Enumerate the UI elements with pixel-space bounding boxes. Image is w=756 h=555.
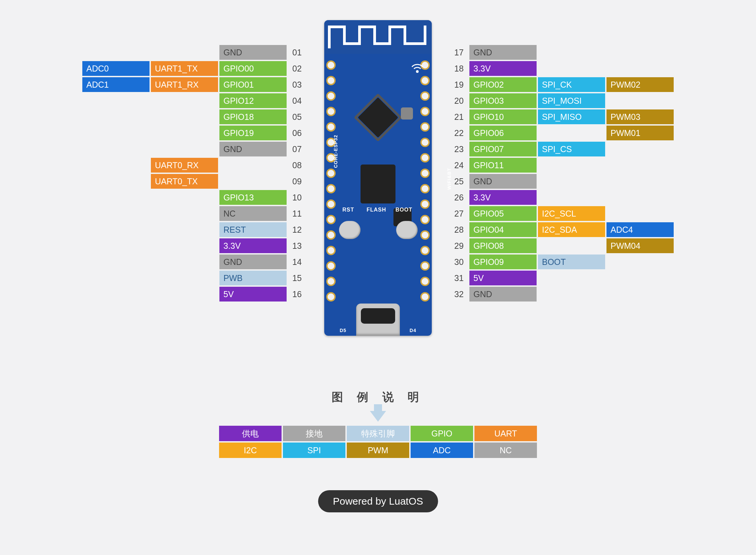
pin-number: 17 [450, 45, 468, 60]
legend-tag: ADC [410, 442, 473, 458]
legend-tag: NC [474, 442, 537, 458]
pin-tag: 3.3V [469, 190, 536, 205]
pin-number: 11 [288, 206, 306, 221]
pin-number: 15 [288, 271, 306, 285]
pin-row-left: 5V16 [220, 287, 306, 301]
legend-tag: GPIO [410, 426, 473, 441]
pin-number: 26 [450, 190, 468, 205]
pin-row-left: REST12 [220, 222, 306, 237]
silk-flash: FLASH [367, 207, 386, 213]
pin-number: 28 [450, 222, 468, 237]
pin-row-right: 315V [450, 271, 536, 285]
pin-row-right: 27GPIO05I2C_SCL [450, 206, 605, 221]
pin-tag: PWM02 [606, 77, 674, 92]
pin-row-right: 20GPIO03SPI_MOSI [450, 93, 605, 108]
pin-row-left: GND01 [220, 45, 306, 60]
pin-number: 25 [450, 174, 468, 189]
pin-number: 23 [450, 142, 468, 157]
pin-row-right: 263.3V [450, 190, 536, 205]
pin-number: 18 [450, 61, 468, 76]
pin-tag: GND [220, 142, 287, 157]
pin-tag: PWM01 [606, 126, 674, 140]
pin-number: 04 [288, 93, 306, 108]
pin-row-right: 17GND [450, 45, 536, 60]
pin-tag: BOOT [538, 255, 605, 269]
pinout-diagram: GND01ADC0UART1_TXGPIO0002ADC1UART1_RXGPI… [42, 20, 714, 336]
legend-tag: SPI [283, 442, 346, 458]
pin-tag: GND [220, 255, 287, 269]
pin-tag: GPIO04 [469, 222, 536, 237]
pin-tag: REST [220, 222, 287, 237]
pin-number: 05 [288, 110, 306, 124]
legend-tag: I2C [219, 442, 282, 458]
pin-tag: GPIO05 [469, 206, 536, 221]
pin-tag [538, 126, 605, 140]
pin-number: 02 [288, 61, 306, 76]
pin-tag: SPI_CK [538, 77, 605, 92]
legend-tag: PWM [347, 442, 409, 458]
pin-tag: GPIO13 [220, 190, 287, 205]
pin-number: 12 [288, 222, 306, 237]
pin-tag: I2C_SCL [538, 206, 605, 221]
legend-grid: 供电接地特殊引脚GPIOUARTI2CSPIPWMADCNC [193, 426, 563, 458]
pin-tag: UART0_TX [151, 174, 218, 189]
legend-tag: 接地 [283, 426, 346, 441]
legend-arrow-icon [370, 411, 386, 422]
pin-number: 09 [288, 174, 306, 189]
pin-tag: PWM03 [606, 110, 674, 124]
pin-number: 07 [288, 142, 306, 157]
legend-tag: UART [474, 426, 537, 441]
pin-tag: GND [469, 174, 536, 189]
pin-row-right: 30GPIO09BOOT [450, 255, 605, 269]
pin-number: 30 [450, 255, 468, 269]
pin-tag: GPIO00 [220, 61, 287, 76]
pin-number: 19 [450, 77, 468, 92]
pin-number: 16 [288, 287, 306, 301]
pin-tag [220, 158, 287, 173]
legend-title: 图 例 说 明 [193, 389, 563, 405]
pin-tag: GPIO11 [469, 158, 536, 173]
pin-number: 20 [450, 93, 468, 108]
pin-tag: GPIO03 [469, 93, 536, 108]
legend-tag: 供电 [219, 426, 282, 441]
pin-row-right: 32GND [450, 287, 536, 301]
legend-row: 供电接地特殊引脚GPIOUART [219, 426, 537, 441]
usb-c-port [356, 303, 400, 336]
pin-tag: GPIO07 [469, 142, 536, 157]
legend-tag: 特殊引脚 [347, 426, 409, 441]
legend-row: I2CSPIPWMADCNC [219, 442, 537, 458]
pin-row-left: ADC1UART1_RXGPIO0103 [82, 77, 306, 92]
pin-row-right: 28GPIO04I2C_SDAADC4 [450, 222, 674, 237]
pin-tag: GPIO19 [220, 126, 287, 140]
pin-row-right: 183.3V [450, 61, 536, 76]
pin-row-right: 22GPIO06PWM01 [450, 126, 674, 140]
pin-row-right: 21GPIO10SPI_MISOPWM03 [450, 110, 674, 124]
pin-row-left: GPIO1204 [220, 93, 306, 108]
pin-tag: GND [469, 45, 536, 60]
pin-tag: UART1_TX [151, 61, 218, 76]
pin-row-left: GPIO1906 [220, 126, 306, 140]
footer-badge: Powered by LuatOS [318, 490, 438, 512]
pin-tag: GPIO01 [220, 77, 287, 92]
pin-tag: GPIO02 [469, 77, 536, 92]
pin-number: 13 [288, 239, 306, 253]
right-pin-column: 17GND183.3V19GPIO02SPI_CKPWM0220GPIO03SP… [450, 45, 674, 301]
pin-row-right: 23GPIO07SPI_CS [450, 142, 605, 157]
pin-number: 21 [450, 110, 468, 124]
pin-tag: GPIO06 [469, 126, 536, 140]
pin-row-right: 25GND [450, 174, 536, 189]
pin-number: 24 [450, 158, 468, 173]
silk-wifi: WIFI&BT [446, 168, 452, 190]
pin-row-right: 19GPIO02SPI_CKPWM02 [450, 77, 674, 92]
pin-tag: SPI_MISO [538, 110, 605, 124]
left-pin-column: GND01ADC0UART1_TXGPIO0002ADC1UART1_RXGPI… [82, 45, 306, 301]
pin-row-left: NC11 [220, 206, 306, 221]
pin-number: 31 [450, 271, 468, 285]
pin-number: 03 [288, 77, 306, 92]
pin-row-left: ADC0UART1_TXGPIO0002 [82, 61, 306, 76]
pin-number: 27 [450, 206, 468, 221]
pin-number: 22 [450, 126, 468, 140]
pin-tag: SPI_CS [538, 142, 605, 157]
board-image: RST FLASH BOOT CORE-ESP32 WIFI&BT D5 D4 [318, 20, 438, 336]
pin-number: 32 [450, 287, 468, 301]
